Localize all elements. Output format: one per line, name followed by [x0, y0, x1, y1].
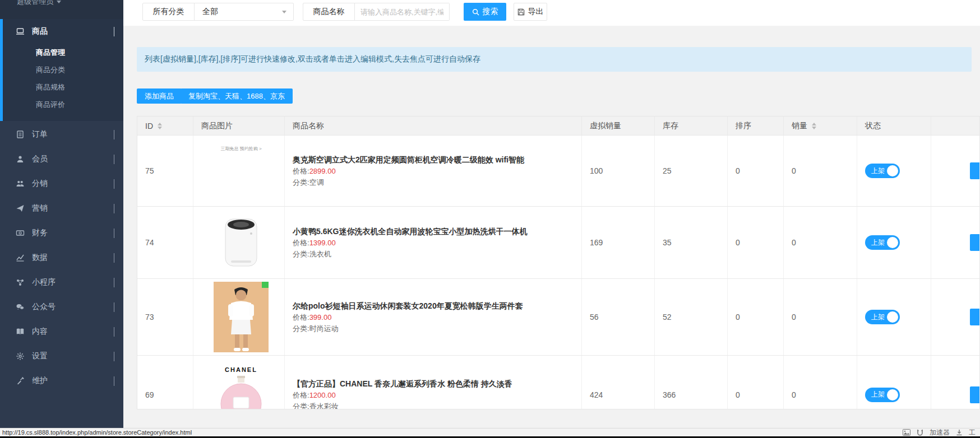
sidebar-item-official-account[interactable]: 公众号 — [0, 295, 123, 319]
export-button-label: 导出 — [528, 7, 544, 17]
chevron-left-icon — [114, 229, 114, 238]
sidebar-item-label: 内容 — [32, 327, 48, 337]
order-icon — [16, 130, 25, 139]
sort-icon[interactable] — [158, 123, 162, 129]
sidebar-item-label: 小程序 — [32, 277, 56, 287]
toggle-knob — [887, 311, 898, 323]
caret-down-icon — [57, 1, 61, 3]
sidebar-item-orders[interactable]: 订单 — [0, 122, 123, 147]
cell-stock[interactable]: 25 — [655, 136, 728, 206]
status-bar-tools: 加速器 工 — [903, 428, 976, 437]
sidebar-subitem-product-review[interactable]: 商品评价 — [0, 96, 123, 113]
product-category-line: 分类:香水彩妆 — [293, 402, 339, 410]
sidebar-item-label: 商品 — [32, 26, 48, 36]
header-id: ID — [137, 117, 193, 135]
sidebar-item-maintenance[interactable]: 维护 — [0, 369, 123, 393]
product-price-line: 价格:2899.00 — [293, 167, 336, 176]
save-icon — [517, 8, 525, 16]
cell-virtual-sales[interactable]: 424 — [582, 356, 655, 409]
sidebar-item-product[interactable]: 商品 — [0, 19, 123, 44]
status-url: http://19.cs.sl888.top/index.php/admin/s… — [2, 429, 192, 436]
sidebar-item-content[interactable]: 内容 — [0, 319, 123, 344]
admin-app: 超级管理员 商品 商品管理 商品分类 商品规格 — [0, 0, 980, 438]
sidebar-item-label: 财务 — [32, 228, 48, 238]
product-name: 【官方正品】CHANEL 香奈儿邂逅系列香水 粉色柔情 持久淡香 — [293, 379, 512, 389]
sidebar-item-miniprogram[interactable]: 小程序 — [0, 270, 123, 295]
filter-bar: 所有分类 全部 商品名称 搜索 导出 — [123, 0, 980, 26]
product-name: 小黄鸭5.6KG迷你洗衣机全自动家用波轮宝宝小型加热洗烘干一体机 — [293, 226, 527, 236]
download-icon[interactable] — [956, 429, 963, 436]
chat-bubbles-icon — [16, 302, 25, 311]
notice-text: 列表[虚拟销量],[库存],[排序]可进行快速修改,双击或者单击进入编辑模式,失… — [145, 54, 480, 64]
cell-action: 编辑 — [931, 207, 980, 278]
edit-button[interactable]: 编辑 — [970, 386, 980, 403]
product-category: 洗衣机 — [309, 250, 331, 258]
cell-sort[interactable]: 0 — [728, 136, 784, 206]
product-category: 时尚运动 — [309, 324, 339, 333]
chevron-left-icon — [114, 327, 114, 337]
chevron-left-icon — [114, 352, 114, 361]
add-product-button[interactable]: 添加商品 — [137, 88, 182, 104]
cell-stock[interactable]: 35 — [655, 207, 728, 278]
category-select[interactable]: 全部 — [195, 3, 293, 20]
cell-sort[interactable]: 0 — [728, 356, 784, 409]
sidebar-item-marketing[interactable]: 营销 — [0, 196, 123, 221]
chevron-down-icon — [114, 27, 114, 36]
status-toggle[interactable]: 上架 — [865, 164, 900, 178]
chevron-left-icon — [114, 204, 114, 213]
status-toggle[interactable]: 上架 — [865, 310, 900, 324]
cell-stock[interactable]: 52 — [655, 279, 728, 355]
user-menu[interactable]: 超级管理员 — [0, 0, 123, 19]
magnet-icon[interactable] — [917, 429, 923, 436]
status-toggle[interactable]: 上架 — [865, 388, 900, 402]
member-icon — [16, 155, 25, 164]
sidebar-item-label: 分销 — [32, 179, 48, 189]
accelerator-label[interactable]: 加速器 — [930, 428, 950, 437]
cell-sort[interactable]: 0 — [728, 207, 784, 278]
tool-label[interactable]: 工 — [969, 428, 976, 437]
header-image: 商品图片 — [193, 117, 285, 135]
export-button[interactable]: 导出 — [514, 3, 547, 21]
cell-name: 【官方正品】CHANEL 香奈儿邂逅系列香水 粉色柔情 持久淡香 价格:1200… — [285, 356, 582, 409]
notice-banner: 列表[虚拟销量],[库存],[排序]可进行快速修改,双击或者单击进入编辑模式,失… — [137, 47, 972, 72]
header-stock: 库存 — [655, 117, 728, 135]
edit-button[interactable]: 编辑 — [970, 234, 980, 251]
chevron-left-icon — [114, 253, 114, 263]
search-button[interactable]: 搜索 — [464, 3, 506, 21]
sidebar-subitem-product-category[interactable]: 商品分类 — [0, 61, 123, 78]
sidebar-item-data[interactable]: 数据 — [0, 245, 123, 270]
cell-sort[interactable]: 0 — [728, 279, 784, 355]
image-icon[interactable] — [903, 429, 910, 436]
book-icon — [16, 327, 25, 336]
edit-button[interactable]: 编辑 — [970, 309, 980, 325]
cell-virtual-sales[interactable]: 169 — [582, 207, 655, 278]
product-category: 香水彩妆 — [309, 402, 339, 410]
chevron-left-icon — [114, 179, 114, 189]
status-toggle[interactable]: 上架 — [865, 235, 900, 250]
cell-name: 奥克斯空调立式大2匹家用定频圆筒柜机空调冷暖二级能效 wifi智能 价格:289… — [285, 136, 582, 206]
copy-product-button[interactable]: 复制淘宝、天猫、1688、京东 — [181, 88, 293, 104]
header-name: 商品名称 — [285, 117, 582, 135]
header-action — [931, 117, 980, 135]
cell-virtual-sales[interactable]: 100 — [582, 136, 655, 206]
cell-virtual-sales[interactable]: 56 — [582, 279, 655, 355]
sort-icon[interactable] — [812, 123, 816, 129]
header-sort: 排序 — [728, 117, 784, 135]
table-row: 74 小黄鸭5.6KG迷你洗衣机全自动家用波轮宝宝小型加热洗烘干一体机 价格:1… — [137, 207, 979, 279]
sidebar: 超级管理员 商品 商品管理 商品分类 商品规格 — [0, 0, 123, 428]
sidebar-item-members[interactable]: 会员 — [0, 147, 123, 171]
sidebar-item-distribution[interactable]: 分销 — [0, 171, 123, 196]
cell-sales: 0 — [784, 136, 857, 206]
sidebar-subitem-product-spec[interactable]: 商品规格 — [0, 78, 123, 96]
cell-action: 编辑 — [931, 136, 980, 206]
cell-image: CHANEL — [193, 356, 285, 409]
cell-stock[interactable]: 366 — [655, 356, 728, 409]
sidebar-item-finance[interactable]: 财务 — [0, 221, 123, 245]
cell-status: 上架 — [857, 356, 931, 409]
cell-image: 三期免息 预约抢购 > — [193, 136, 285, 206]
edit-button[interactable]: 编辑 — [970, 162, 980, 179]
cell-name: 小黄鸭5.6KG迷你洗衣机全自动家用波轮宝宝小型加热洗烘干一体机 价格:1399… — [285, 207, 582, 278]
product-name-input[interactable] — [355, 3, 449, 20]
sidebar-item-settings[interactable]: 设置 — [0, 344, 123, 369]
sidebar-subitem-product-manage[interactable]: 商品管理 — [0, 44, 123, 61]
